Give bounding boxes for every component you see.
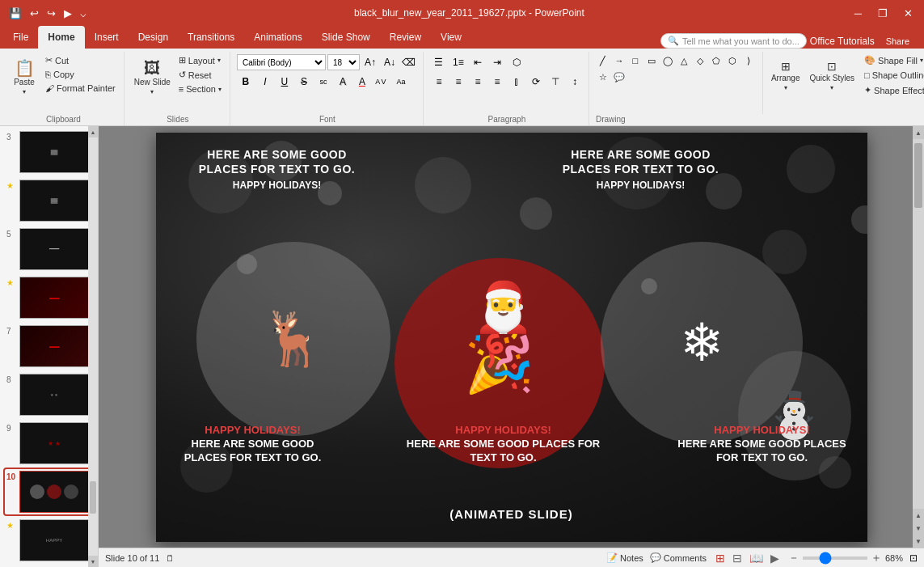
close-button[interactable]: ✕ [899, 0, 918, 26]
tab-insert[interactable]: Insert [85, 26, 129, 49]
tell-me-input[interactable]: 🔍 Tell me what you want to do... [660, 33, 807, 49]
slide-thumbnail-4[interactable]: ★ ▓▓ [5, 178, 93, 223]
tab-home[interactable]: Home [38, 26, 84, 49]
copy-button[interactable]: ⎘ Copy [42, 68, 119, 81]
office-tutorials-link[interactable]: Office Tutorials [810, 36, 875, 47]
tab-view[interactable]: View [431, 26, 471, 49]
new-slide-button[interactable]: 🖼 New Slide ▾ [131, 53, 174, 102]
normal-view-btn[interactable]: ⊞ [713, 550, 728, 566]
panel-scroll-up[interactable]: ▲ [88, 126, 98, 138]
shape-line[interactable]: ╱ [596, 53, 610, 68]
slide-sorter-btn[interactable]: ⊟ [730, 550, 745, 566]
shape-round-rect[interactable]: ▭ [644, 53, 659, 68]
shape-outline-button[interactable]: □ Shape Outline ▾ [861, 69, 924, 82]
reading-view-btn[interactable]: 📖 [747, 550, 766, 566]
italic-button[interactable]: I [256, 73, 274, 91]
numbering-button[interactable]: 1≡ [449, 53, 467, 71]
canvas-scroll[interactable]: HERE ARE SOME GOOD PLACES FOR TEXT TO GO… [99, 126, 924, 548]
slide-thumbnail-9[interactable]: 9 ★ ★ [5, 421, 93, 466]
qat-dropdown-button[interactable]: ⌵ [78, 6, 89, 21]
slide-panel[interactable]: 3 ▓▓ ★ ▓▓ 5 ━━━ ★ ▬▬ 7 [0, 126, 99, 567]
zoom-out-btn[interactable]: － [788, 551, 800, 565]
slide-thumbnail-7[interactable]: 7 ▬▬ [5, 324, 93, 369]
shape-callout[interactable]: 💬 [612, 70, 627, 84]
font-family-select[interactable]: Calibri (Body) [237, 54, 326, 70]
line-spacing-button[interactable]: ↕ [566, 73, 584, 91]
fit-slide-btn[interactable]: ⊡ [909, 552, 918, 564]
increase-font-size-button[interactable]: A↑ [361, 53, 379, 71]
prev-slide-btn[interactable]: ▲ [913, 510, 924, 521]
strikethrough-button[interactable]: S [295, 73, 313, 91]
font-size-select[interactable]: 18 [327, 54, 360, 70]
next-slide-btn[interactable]: ▼ [913, 523, 924, 534]
decrease-font-size-button[interactable]: A↓ [381, 53, 399, 71]
section-button[interactable]: ≡ Section ▾ [175, 83, 225, 95]
shape-arrow[interactable]: → [612, 53, 627, 68]
format-painter-button[interactable]: 🖌 Format Painter [42, 82, 119, 95]
share-button[interactable]: Share [878, 34, 918, 49]
scroll-down-btn[interactable]: ▼ [913, 535, 924, 548]
zoom-in-btn[interactable]: ＋ [871, 551, 882, 565]
shape-fill-button[interactable]: 🎨 Shape Fill ▾ [861, 53, 924, 67]
smart-art-button[interactable]: ⬡ [508, 53, 525, 71]
align-right-button[interactable]: ≡ [469, 73, 487, 91]
bold-button[interactable]: B [237, 73, 255, 91]
shape-diamond[interactable]: ◇ [693, 53, 707, 68]
slide-thumbnail-10[interactable]: 10 [5, 469, 93, 514]
shape-star[interactable]: ☆ [596, 70, 610, 84]
reset-button[interactable]: ↺ Reset [175, 68, 225, 82]
canvas-vscrollbar[interactable]: ▲ ▲ ▼ ▼ [913, 126, 924, 548]
paste-button[interactable]: 📋 Paste ▾ [8, 53, 40, 102]
notes-accessibility-btn[interactable]: 🗒 [166, 553, 175, 563]
shape-effects-button[interactable]: ✦ Shape Effects ▾ [861, 83, 924, 97]
minimize-button[interactable]: ─ [850, 0, 867, 26]
shape-hexagon[interactable]: ⬡ [725, 53, 740, 68]
increase-indent-button[interactable]: ⇥ [488, 53, 506, 71]
shape-pentagon[interactable]: ⬠ [709, 53, 724, 68]
slide-thumbnail-11[interactable]: ★ HAPPY [5, 518, 93, 563]
tab-animations[interactable]: Animations [244, 26, 311, 49]
tab-file[interactable]: File [3, 26, 38, 49]
text-direction-button[interactable]: ⟳ [527, 73, 545, 91]
restore-button[interactable]: ❐ [873, 0, 892, 26]
panel-scrollbar[interactable]: ▲ ▼ [88, 126, 98, 567]
shape-oval[interactable]: ◯ [660, 53, 675, 68]
notes-button[interactable]: 📝 Notes [606, 552, 643, 563]
justify-button[interactable]: ≡ [488, 73, 506, 91]
shape-triangle[interactable]: △ [677, 53, 691, 68]
slide-thumbnail-8[interactable]: 8 ● ● [5, 372, 93, 417]
slide-thumbnail-5[interactable]: 5 ━━━ [5, 226, 93, 272]
arrange-button[interactable]: ⊞ Arrange ▾ [768, 52, 804, 100]
slide-thumbnail-6[interactable]: ★ ▬▬ [5, 275, 93, 320]
change-case-button[interactable]: Aa [392, 73, 410, 91]
font-color-button[interactable]: A [353, 73, 371, 91]
slide-thumbnail-3[interactable]: 3 ▓▓ [5, 129, 93, 175]
cut-button[interactable]: ✂ Cut [42, 53, 119, 67]
align-left-button[interactable]: ≡ [430, 73, 448, 91]
underline-button[interactable]: U [276, 73, 293, 91]
shape-box[interactable]: □ [628, 53, 643, 68]
comments-button[interactable]: 💬 Comments [650, 552, 707, 563]
slideshow-view-btn[interactable]: ▶ [768, 550, 782, 566]
tab-review[interactable]: Review [380, 26, 431, 49]
panel-scroll-down[interactable]: ▼ [88, 556, 98, 567]
columns-button[interactable]: ⫿ [508, 73, 525, 91]
layout-button[interactable]: ⊞ Layout ▾ [175, 53, 225, 67]
tab-transitions[interactable]: Transitions [178, 26, 244, 49]
clear-formatting-button[interactable]: ⌫ [400, 53, 418, 71]
slide-main[interactable]: HERE ARE SOME GOOD PLACES FOR TEXT TO GO… [156, 133, 867, 542]
save-button[interactable]: 💾 [6, 6, 24, 21]
quick-styles-button[interactable]: ⊡ Quick Styles ▾ [806, 52, 858, 100]
character-spacing-button[interactable]: AV [373, 73, 390, 91]
small-caps-button[interactable]: sc [314, 73, 332, 91]
scroll-up-btn[interactable]: ▲ [913, 126, 924, 139]
decrease-indent-button[interactable]: ⇤ [469, 53, 487, 71]
presentation-button[interactable]: ▶ [61, 6, 74, 21]
tab-design[interactable]: Design [129, 26, 178, 49]
shadow-button[interactable]: A [334, 73, 352, 91]
shape-chevron[interactable]: ⟩ [741, 53, 756, 68]
align-center-button[interactable]: ≡ [449, 73, 467, 91]
redo-button[interactable]: ↪ [44, 6, 58, 21]
undo-button[interactable]: ↩ [27, 6, 41, 21]
align-text-button[interactable]: ⊤ [546, 73, 564, 91]
